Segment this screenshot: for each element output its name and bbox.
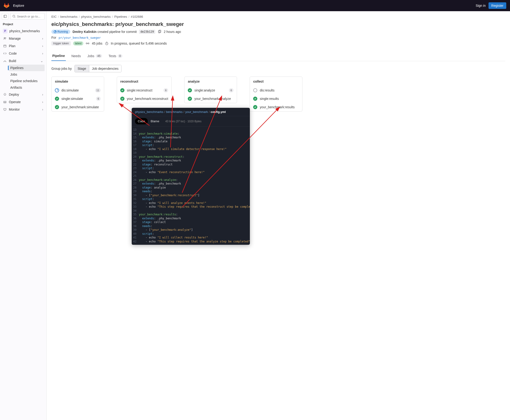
job-item[interactable]: your_benchmark:simulate — [52, 103, 104, 111]
job-count-badge: 6 — [229, 88, 233, 92]
build-icon — [3, 59, 7, 62]
nav-code[interactable]: Code › — [2, 50, 45, 57]
stage-card: reconstructsingle:reconstruct6your_bench… — [117, 76, 172, 103]
tab-tests[interactable]: Tests0 — [108, 51, 123, 61]
author-name: Dmitry Kalinkin created pipeline for com… — [73, 30, 137, 34]
stage-card: simulatedis:simulate11single:simulate6yo… — [51, 76, 104, 112]
tab-pipeline[interactable]: Pipeline — [51, 51, 66, 61]
chevron-down-icon: ⌄ — [40, 59, 43, 63]
job-count-badge: 6 — [96, 97, 101, 101]
job-name: single:analyze — [194, 89, 226, 92]
svg-point-17 — [86, 43, 87, 44]
success-icon — [120, 88, 124, 92]
job-item[interactable]: single:simulate6 — [52, 95, 104, 103]
chevron-right-icon: › — [42, 108, 43, 111]
job-name: your_benchmark:analyze — [194, 97, 233, 101]
tab-jobs[interactable]: Jobs45 — [86, 51, 103, 61]
svg-rect-0 — [4, 15, 7, 18]
queued-text: In progress, queued for 5,496 seconds — [111, 42, 167, 45]
nav-artifacts[interactable]: Artifacts — [9, 84, 45, 91]
job-name: your_benchmark:simulate — [62, 105, 101, 109]
job-item[interactable]: your_benchmark:analyze — [185, 95, 237, 103]
gitlab-logo[interactable] — [4, 3, 9, 8]
chevron-right-icon: › — [42, 44, 43, 48]
nav-manage[interactable]: Manage › — [2, 35, 45, 42]
nav-build[interactable]: Build ⌄ — [2, 57, 45, 65]
nav-monitor[interactable]: Monitor › — [2, 106, 45, 113]
svg-point-5 — [5, 38, 6, 38]
breadcrumb: EIC/benchmarks/physics_benchmarks/Pipeli… — [51, 15, 505, 18]
code-tab-blame[interactable]: Blame — [148, 118, 162, 124]
job-item[interactable]: dis:results — [250, 86, 302, 95]
success-icon — [188, 97, 192, 101]
job-name: dis:simulate — [62, 89, 93, 92]
svg-rect-12 — [4, 108, 6, 110]
stage-header: reconstruct — [117, 77, 171, 86]
job-item[interactable]: your_benchmark:reconstruct — [117, 95, 171, 103]
branch-link[interactable]: pr/your_benchmark_sweger — [59, 36, 101, 39]
chevron-right-icon: › — [42, 37, 43, 40]
success-icon — [55, 97, 59, 101]
job-name: dis:results — [260, 89, 299, 92]
breadcrumb-item[interactable]: physics_benchmarks — [81, 15, 111, 18]
success-icon — [253, 97, 257, 101]
code-crumb-item[interactable]: benchmarks — [166, 110, 183, 114]
search-input[interactable]: Search or go to... — [10, 13, 45, 20]
job-item[interactable]: single:results — [250, 95, 302, 103]
svg-line-3 — [15, 17, 15, 18]
signin-link[interactable]: Sign in — [476, 4, 486, 8]
job-name: single:simulate — [62, 97, 94, 101]
nav-deploy[interactable]: Deploy › — [2, 91, 45, 98]
code-tab-code[interactable]: Code — [135, 118, 148, 124]
tab-needs[interactable]: Needs — [70, 51, 82, 61]
code-meta: 43 lines (37 loc) · 1020 Bytes — [165, 120, 201, 123]
chevron-right-icon: › — [42, 93, 43, 96]
breadcrumb-item[interactable]: Pipelines — [114, 15, 127, 18]
svg-point-2 — [13, 15, 15, 17]
copy-icon[interactable] — [158, 30, 161, 34]
time-ago: 2 hours ago — [164, 30, 181, 34]
rocket-icon — [3, 93, 7, 96]
svg-point-9 — [6, 61, 6, 62]
waiting-icon — [253, 88, 257, 92]
nav-plan[interactable]: Plan › — [2, 42, 45, 50]
job-item[interactable]: single:analyze6 — [185, 86, 237, 95]
breadcrumb-item[interactable]: EIC — [51, 15, 57, 18]
breadcrumb-item[interactable]: benchmarks — [60, 15, 77, 18]
project-link[interactable]: P physics_benchmarks — [2, 27, 45, 35]
page-title: eic/physics_benchmarks: pr/your_benchmar… — [51, 21, 505, 27]
job-item[interactable]: dis:simulate11 — [52, 86, 104, 95]
running-icon — [55, 88, 59, 92]
latest-badge: latest — [73, 41, 84, 45]
breadcrumb-item[interactable]: #102686 — [131, 15, 143, 18]
success-icon — [253, 105, 257, 109]
sidebar-icon — [3, 15, 7, 18]
nav-schedules[interactable]: Pipeline schedules — [9, 78, 45, 84]
status-badge[interactable]: Running — [51, 30, 70, 34]
success-icon — [188, 88, 192, 92]
nav-pipelines[interactable]: Pipelines — [9, 65, 45, 71]
monitor-icon — [3, 108, 7, 111]
commit-sha[interactable]: de23b129 — [139, 30, 155, 34]
group-deps-button[interactable]: Job dependencies — [89, 65, 121, 72]
register-button[interactable]: Register — [488, 2, 506, 9]
jobs-icon — [86, 42, 89, 45]
job-name: your_benchmark:reconstruct — [127, 97, 168, 101]
project-avatar: P — [3, 29, 8, 33]
code-crumb-item[interactable]: your_benchmark — [185, 110, 208, 114]
explore-link[interactable]: Explore — [13, 4, 24, 8]
job-item[interactable]: your_benchmark:results — [250, 103, 302, 111]
code-viewer: physics_benchmarks/benchmarks/your_bench… — [132, 108, 250, 245]
group-stage-button[interactable]: Stage — [75, 65, 89, 72]
code-crumb-item[interactable]: physics_benchmarks — [135, 110, 163, 114]
search-icon — [12, 15, 16, 18]
stage-header: collect — [250, 77, 302, 86]
stage-card: analyzesingle:analyze6your_benchmark:ana… — [184, 76, 237, 103]
collapse-sidebar-button[interactable] — [2, 13, 8, 20]
job-name: single:results — [260, 97, 299, 101]
nav-jobs[interactable]: Jobs — [9, 71, 45, 78]
chevron-right-icon: › — [42, 52, 43, 55]
job-item[interactable]: single:reconstruct6 — [117, 86, 171, 95]
job-count-badge: 11 — [95, 88, 101, 92]
nav-operate[interactable]: Operate › — [2, 98, 45, 106]
